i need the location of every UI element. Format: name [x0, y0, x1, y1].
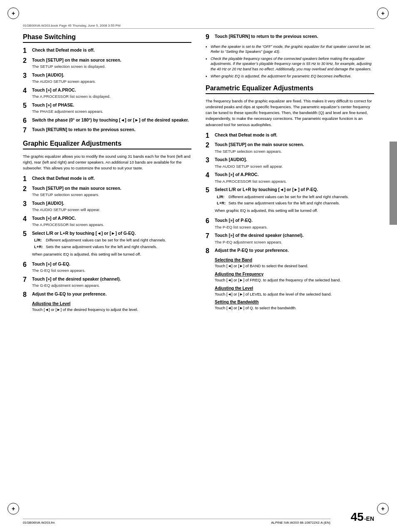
- step-content: Adjust the G-EQ to your preference.: [32, 291, 191, 298]
- sub-item-row: L+R: Sets the same adjustment values for…: [34, 244, 191, 250]
- step-main: Touch [SETUP] on the main source screen.: [32, 57, 191, 63]
- geq-subsection-level: Adjusting the Level Touch [◄] or [►] of …: [32, 301, 191, 313]
- step-sub: The A.PROCESSOR list screen is displayed…: [32, 94, 191, 99]
- header-bar: 01GB00IVA-W203.book Page 45 Thursday, Ju…: [23, 23, 374, 29]
- sub-text: Different adjustment values can be set f…: [228, 194, 374, 200]
- step-sub: The P-EQ list screen appears.: [215, 224, 374, 230]
- peq-step-5: 5 Select L/R or L+R by touching [◄] or […: [206, 186, 374, 215]
- step-content: Touch [AUDIO]. The AUDIO SETUP screen wi…: [215, 157, 374, 169]
- step-content: Touch [»] of A.PROC. The A.PROCESSOR lis…: [32, 215, 191, 228]
- step-number: 5: [206, 186, 215, 194]
- subsection-heading-band: Selecting the Band: [215, 258, 374, 262]
- bullet-dot: •: [206, 44, 211, 50]
- subsection-text-band: Touch [◄] or [►] of BAND to select the d…: [215, 263, 374, 269]
- peq-step-3: 3 Touch [AUDIO]. The AUDIO SETUP screen …: [206, 157, 374, 169]
- corner-circle-tl: [7, 7, 19, 19]
- subsection-heading-freq: Adjusting the Frequency: [215, 272, 374, 276]
- subsection-text-level: Touch [◄] or [►] of LEVEL to adjust the …: [215, 291, 374, 297]
- peq-step-7: 7 Touch [»] of the desired speaker (chan…: [206, 232, 374, 245]
- parametric-eq-description: The frequency bands of the graphic equal…: [206, 98, 374, 128]
- step-number: 4: [23, 87, 32, 94]
- step-number: 3: [23, 72, 32, 80]
- side-tab: [390, 142, 397, 225]
- page-number: 45: [351, 511, 364, 523]
- step-number: 4: [206, 172, 215, 179]
- step-number: 6: [23, 261, 32, 268]
- step-content: Select L/R or L+R by touching [◄] or [►]…: [32, 230, 191, 259]
- subsection-text-freq: Touch [◄] or [►] of FREQ. to adjust the …: [215, 277, 374, 283]
- right-column: 9 Touch [RETURN] to return to the previo…: [203, 33, 374, 507]
- step-main: Touch [SETUP] on the main source screen.: [215, 142, 374, 148]
- geq-step-6: 6 Touch [»] of G-EQ. The G-EQ list scree…: [23, 261, 191, 273]
- step-main: Select L/R or L+R by touching [◄] or [►]…: [32, 230, 191, 236]
- step-number: 9: [206, 33, 215, 41]
- page-suffix: -EN: [364, 515, 374, 522]
- step-sub: The SETUP selection screen is displayed.: [32, 64, 191, 70]
- geq-step-8: 8 Adjust the G-EQ to your preference.: [23, 291, 191, 298]
- sub-text: Sets the same adjustment values for the …: [46, 244, 191, 250]
- sub-label: L/R:: [34, 237, 46, 243]
- peq-step-8: 8 Adjust the P-EQ to your preference.: [206, 247, 374, 255]
- step-content: Touch [RETURN] to return to the previous…: [215, 33, 374, 41]
- step-content: Touch [»] of G-EQ. The G-EQ list screen …: [32, 261, 191, 273]
- sub-item-row: L+R: Sets the same adjustment values for…: [217, 200, 374, 206]
- sub-item-row: L/R: Different adjustment values can be …: [34, 237, 191, 243]
- geq-step-4: 4 Touch [»] of A.PROC. The A.PROCESSOR l…: [23, 215, 191, 228]
- geq-step-3: 3 Touch [AUDIO]. The AUDIO SETUP screen …: [23, 200, 191, 213]
- phase-step-6: 6 Switch the phase (0° or 180°) by touch…: [23, 117, 191, 124]
- step-sub: The AUDIO SETUP screen appears.: [32, 79, 191, 85]
- step-sub: The G-EQ list screen appears.: [32, 268, 191, 273]
- phase-step-4: 4 Touch [»] of A.PROC. The A.PROCESSOR l…: [23, 87, 191, 99]
- step-main: Adjust the P-EQ to your preference.: [215, 247, 374, 254]
- step-number: 7: [206, 232, 215, 240]
- step-main: Touch [»] of PHASE.: [32, 102, 191, 108]
- footer: 01GB06IVA-W203.fm ALPINE IVA-W203 68-108…: [23, 519, 330, 525]
- bullet-notes: • When the speaker is set to the “OFF” m…: [206, 44, 374, 80]
- graphic-eq-title: Graphic Equalizer Adjustments: [23, 140, 191, 149]
- step-main: Touch [»] of A.PROC.: [215, 172, 374, 178]
- sub-item-row: L/R: Different adjustment values can be …: [217, 194, 374, 200]
- step-content: Touch [»] of PHASE. The PHASE adjustment…: [32, 102, 191, 114]
- step-content: Touch [»] of the desired speaker (channe…: [215, 232, 374, 245]
- step-note: When graphic EQ is adjusted, this settin…: [215, 208, 374, 213]
- step-sub: The SETUP selection screen appears.: [32, 192, 191, 198]
- step-main: Check that Defeat mode is off.: [32, 47, 191, 53]
- sub-label: L+R:: [34, 244, 46, 250]
- subsection-text-bandwidth: Touch [◄] or [►] of Q. to select the ban…: [215, 305, 374, 311]
- step-main: Switch the phase (0° or 180°) by touchin…: [32, 117, 191, 123]
- step-sub: The A.PROCESSOR list screen appears.: [32, 222, 191, 228]
- corner-mark-br: [377, 503, 390, 515]
- step-number: 1: [23, 175, 32, 183]
- corner-mark-tr: [377, 7, 390, 20]
- graphic-eq-section: Graphic Equalizer Adjustments The graphi…: [23, 140, 191, 313]
- step-note: When parametric EQ is adjusted, this set…: [32, 251, 191, 257]
- step-content: Touch [»] of the desired speaker (channe…: [32, 276, 191, 288]
- geq-step-1: 1 Check that Defeat mode is off.: [23, 175, 191, 183]
- right-step-9: 9 Touch [RETURN] to return to the previo…: [206, 33, 374, 41]
- step-content: Touch [SETUP] on the main source screen.…: [32, 185, 191, 198]
- corner-circle-bl: [7, 503, 19, 515]
- step-number: 7: [23, 127, 32, 134]
- footer-left: 01GB06IVA-W203.fm: [23, 521, 55, 525]
- bullet-note-2: • Check the playable frequency ranges of…: [206, 56, 374, 72]
- step-number: 8: [206, 247, 215, 255]
- phase-switching-title: Phase Switching: [23, 33, 191, 43]
- bullet-dot: •: [206, 74, 211, 80]
- subsection-heading: Adjusting the Level: [32, 301, 191, 306]
- step-main: Touch [AUDIO].: [32, 72, 191, 78]
- step-number: 1: [23, 47, 32, 55]
- step-number: 2: [206, 142, 215, 149]
- step-main: Touch [AUDIO].: [32, 200, 191, 206]
- bullet-note-1: • When the speaker is set to the “OFF” m…: [206, 44, 374, 55]
- step-sub: The G-EQ adjustment screen appears.: [32, 283, 191, 288]
- step-main: Check that Defeat mode is off.: [215, 132, 374, 138]
- step-sub: The AUDIO SETUP screen will appear.: [32, 207, 191, 213]
- step-content: Check that Defeat mode is off.: [215, 132, 374, 139]
- step-main: Touch [AUDIO].: [215, 157, 374, 163]
- header-text: 01GB00IVA-W203.book Page 45 Thursday, Ju…: [23, 24, 120, 27]
- sub-label: L/R:: [217, 194, 228, 200]
- subsection-text: Touch [◄] or [►] of the desired frequenc…: [32, 307, 191, 313]
- corner-circle-tr: [377, 7, 389, 19]
- geq-step-2: 2 Touch [SETUP] on the main source scree…: [23, 185, 191, 198]
- step-sub: The A.PROCESSOR list screen appears.: [215, 179, 374, 184]
